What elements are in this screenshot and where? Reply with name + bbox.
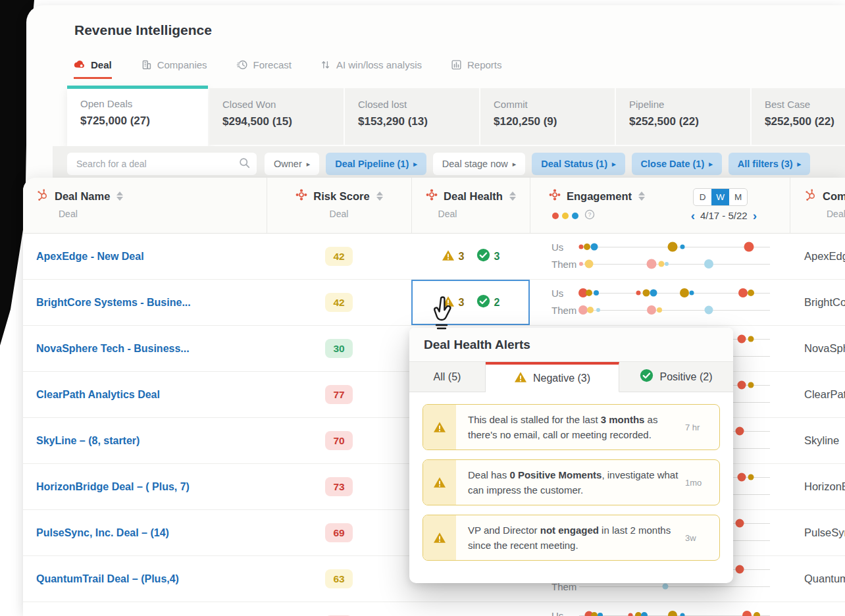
negative-alert-count: 3 — [442, 249, 465, 264]
engagement-dot-red — [742, 611, 752, 616]
filter-chip-label: Close Date (1) — [641, 159, 705, 169]
engagement-dot-gold — [586, 290, 592, 296]
deal-name-link[interactable]: PulseSync, Inc. Deal – (14) — [36, 527, 169, 539]
engagement-dot-red — [735, 519, 744, 528]
summary-card-best-case[interactable]: Best Case$252,500 (22) — [752, 88, 845, 145]
engagement-timeline — [579, 586, 770, 587]
company-cell: PulseSync — [790, 510, 845, 555]
tab-companies[interactable]: Companies — [141, 59, 207, 79]
summary-card-open-deals[interactable]: Open Deals$725,000 (27) — [67, 86, 208, 146]
popup-tab-positive-2-[interactable]: Positive (2) — [619, 362, 733, 392]
engagement-dot-blue — [680, 245, 684, 249]
deal-name-link[interactable]: NovaSphere Tech - Business... — [36, 343, 190, 355]
risk-score-badge: 30 — [325, 339, 353, 358]
deal-name-link[interactable]: SkyLine – (8, starter) — [36, 435, 140, 447]
deal-health-alerts-popup: Deal Health Alerts All (5)Negative (3)Po… — [409, 328, 733, 583]
filter-chip-label: Owner — [274, 159, 302, 169]
alert-text: This deal is stalled for the last 3 mont… — [456, 405, 685, 449]
engagement-timeline — [579, 310, 770, 311]
deal-name-cell: NovaSphere Tech - Business... — [36, 326, 263, 371]
search-box[interactable] — [67, 153, 257, 175]
deal-health-cell[interactable]: 33 — [411, 234, 530, 279]
app-icon — [295, 188, 308, 204]
deal-health-cell[interactable] — [411, 602, 530, 616]
filter-chip-deal-stage-now[interactable]: Deal stage now▸ — [433, 153, 525, 175]
engagement-dot-red — [744, 242, 754, 252]
popup-tab-negative-3-[interactable]: Negative (3) — [486, 362, 619, 392]
popup-tabs: All (5)Negative (3)Positive (2) — [409, 362, 733, 392]
summary-card-commit[interactable]: Commit$120,250 (9) — [480, 88, 615, 145]
deal-name-cell — [36, 602, 263, 616]
deal-name-link[interactable]: BrightCore Systems - Busine... — [36, 297, 191, 309]
risk-score-cell: 63 — [267, 556, 411, 602]
engagement-dot-yellow — [584, 260, 593, 269]
popup-tab-all-5-[interactable]: All (5) — [409, 362, 486, 392]
filter-chip-close-date-1-[interactable]: Close Date (1)▸ — [632, 153, 722, 175]
col-deal-name[interactable]: Deal Name Deal — [36, 188, 123, 219]
engagement-cell: UsThem — [530, 234, 790, 279]
summary-cards: Open Deals$725,000 (27)Closed Won$294,50… — [67, 86, 845, 146]
sort-icon[interactable] — [509, 192, 516, 201]
company-cell: Quantum — [790, 556, 845, 602]
summary-card-closed-won[interactable]: Closed Won$294,500 (15) — [209, 88, 344, 145]
summary-card-label: Closed Won — [222, 99, 344, 110]
engagement-dot-blue — [591, 244, 598, 251]
risk-score-cell — [267, 602, 411, 616]
engagement-dot-pink — [579, 262, 583, 266]
engagement-cell: UsThem — [530, 602, 790, 616]
chevron-right-icon[interactable]: › — [753, 209, 757, 222]
filter-chip-label: All filters (3) — [738, 159, 793, 169]
tab-ai-win-loss-analysis[interactable]: AI win/loss analysis — [320, 59, 422, 79]
col-risk-score[interactable]: Risk Score Deal — [267, 188, 411, 219]
sort-icon[interactable] — [376, 192, 383, 201]
filter-chip-owner[interactable]: Owner▸ — [265, 153, 319, 175]
alert-timestamp: 3w — [685, 515, 719, 560]
engagement-dot-lightblue — [704, 259, 713, 269]
popup-alert-list: This deal is stalled for the last 3 mont… — [409, 392, 733, 561]
filter-chip-deal-status-1-[interactable]: Deal Status (1)▸ — [532, 153, 625, 175]
filter-chip-deal-pipeline-1-[interactable]: Deal Pipeline (1)▸ — [326, 153, 426, 175]
period-option-M[interactable]: M — [729, 189, 747, 205]
alert-text: VP and Director not engaged in last 2 mo… — [456, 515, 685, 560]
sort-icon[interactable] — [638, 192, 645, 201]
tab-forecast[interactable]: Forecast — [236, 59, 292, 79]
risk-score-cell: 69 — [267, 510, 411, 555]
engagement-dot-red — [738, 288, 748, 297]
tab-reports[interactable]: Reports — [451, 59, 502, 79]
deal-name-link[interactable]: HorizonBridge Deal – ( Plus, 7) — [36, 481, 190, 493]
deal-name-link[interactable]: QuantumTrail Deal – (Plus,4) — [36, 573, 179, 585]
positive-alert-count: 2 — [476, 294, 500, 311]
engagement-dot-gold — [584, 244, 590, 250]
engagement-lane-label: Them — [551, 259, 576, 270]
sort-icon[interactable] — [116, 192, 123, 201]
date-nav: ‹ 4/17 - 5/22 › — [691, 209, 757, 222]
period-option-W[interactable]: W — [711, 189, 729, 205]
chevron-left-icon[interactable]: ‹ — [691, 209, 695, 222]
caret-right-icon: ▸ — [709, 160, 713, 168]
hand-cursor-icon — [426, 294, 461, 334]
col-engagement: Engagement ? DWM ‹ 4/17 - 5/22 › — [530, 178, 790, 234]
engagement-timeline — [579, 247, 770, 247]
engagement-cell: UsThem — [530, 280, 790, 325]
check-icon — [640, 369, 653, 385]
engagement-dot-red — [578, 245, 583, 249]
risk-score-badge: 77 — [325, 385, 353, 404]
period-option-D[interactable]: D — [694, 189, 711, 205]
risk-score-badge: 42 — [325, 293, 353, 312]
search-input[interactable] — [76, 159, 239, 169]
tab-deal[interactable]: Deal — [74, 59, 112, 79]
question-icon[interactable]: ? — [584, 209, 595, 222]
summary-card-closed-lost[interactable]: Closed lost$153,290 (13) — [345, 88, 479, 145]
col-company[interactable]: Comp Deal — [790, 188, 845, 219]
col-deal-health[interactable]: Deal Health Deal — [411, 188, 530, 219]
deal-name-link[interactable]: ClearPath Analytics Deal — [36, 389, 160, 401]
popup-tab-label: Positive (2) — [659, 371, 712, 383]
deal-name-link[interactable]: ApexEdge - New Deal — [36, 251, 144, 263]
engagement-dot-lightblue — [705, 306, 713, 315]
filter-chip-all-filters-3-[interactable]: All filters (3)▸ — [729, 153, 810, 175]
engagement-legend: ? — [548, 209, 645, 222]
summary-card-pipeline[interactable]: Pipeline$252,500 (22) — [616, 88, 750, 145]
positive-alert-count: 3 — [476, 248, 500, 265]
warning-icon — [514, 371, 527, 386]
summary-card-label: Open Deals — [80, 98, 208, 109]
